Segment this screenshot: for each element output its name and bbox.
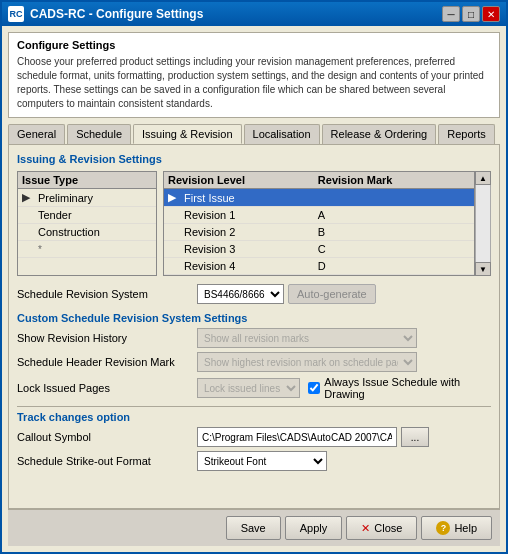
- callout-symbol-row: Callout Symbol ...: [17, 427, 491, 447]
- tab-release-ordering[interactable]: Release & Ordering: [322, 124, 437, 144]
- maximize-button[interactable]: □: [462, 6, 480, 22]
- configure-settings-title: Configure Settings: [17, 39, 491, 51]
- window-close-button[interactable]: ✕: [482, 6, 500, 22]
- help-label: Help: [454, 522, 477, 534]
- tab-localisation[interactable]: Localisation: [244, 124, 320, 144]
- schedule-revision-system-label: Schedule Revision System: [17, 288, 197, 300]
- schedule-header-revision-select: Show highest revision mark on schedule p…: [197, 352, 417, 372]
- custom-section: Custom Schedule Revision System Settings…: [17, 312, 491, 404]
- schedule-strikeout-select[interactable]: Strikeout Font Strikeout Line: [197, 451, 327, 471]
- issuing-section-title: Issuing & Revision Settings: [17, 153, 491, 165]
- revision-level-header: Revision Level: [164, 172, 314, 189]
- revision-table-container: Revision Level Revision Mark ▶ First Iss…: [163, 171, 491, 276]
- lock-issued-pages-select: Lock issued lines: [197, 378, 300, 398]
- always-issue-checkbox-label: Always Issue Schedule with Drawing: [308, 376, 491, 400]
- title-bar: RC CADS-RC - Configure Settings ─ □ ✕: [2, 2, 506, 26]
- save-button[interactable]: Save: [226, 516, 281, 540]
- table-row[interactable]: Construction: [18, 224, 156, 241]
- configure-settings-description: Choose your preferred product settings i…: [17, 55, 491, 111]
- tab-bar: General Schedule Issuing & Revision Loca…: [8, 124, 500, 144]
- custom-section-title: Custom Schedule Revision System Settings: [17, 312, 491, 324]
- issue-type-table: Issue Type ▶ Preliminary Tender: [17, 171, 157, 276]
- browse-button[interactable]: ...: [401, 427, 429, 447]
- issue-type-header: Issue Type: [18, 172, 156, 189]
- content-area: Configure Settings Choose your preferred…: [2, 26, 506, 552]
- table-row[interactable]: Revision 1 A: [164, 207, 474, 224]
- always-issue-checkbox[interactable]: [308, 382, 320, 394]
- schedule-header-revision-row: Schedule Header Revision Mark Show highe…: [17, 352, 491, 372]
- track-changes-title: Track changes option: [17, 411, 491, 423]
- lock-issued-pages-row: Lock Issued Pages Lock issued lines Alwa…: [17, 376, 491, 400]
- track-changes-section: Track changes option Callout Symbol ... …: [17, 406, 491, 475]
- always-issue-label: Always Issue Schedule with Drawing: [324, 376, 491, 400]
- table-row[interactable]: Revision 4 D: [164, 258, 474, 275]
- title-buttons: ─ □ ✕: [442, 6, 500, 22]
- apply-label: Apply: [300, 522, 328, 534]
- revision-level-table: Revision Level Revision Mark ▶ First Iss…: [163, 171, 475, 276]
- close-label: Close: [374, 522, 402, 534]
- help-icon: ?: [436, 521, 450, 535]
- schedule-revision-system-row: Schedule Revision System BS4466/8666 Cus…: [17, 284, 491, 304]
- tab-reports[interactable]: Reports: [438, 124, 495, 144]
- tab-general[interactable]: General: [8, 124, 65, 144]
- show-revision-history-label: Show Revision History: [17, 332, 197, 344]
- tab-content-panel: Issuing & Revision Settings Issue Type ▶: [8, 144, 500, 509]
- show-revision-history-select: Show all revision marks: [197, 328, 417, 348]
- table-row[interactable]: Revision 2 B: [164, 224, 474, 241]
- show-revision-history-row: Show Revision History Show all revision …: [17, 328, 491, 348]
- tab-schedule[interactable]: Schedule: [67, 124, 131, 144]
- table-row[interactable]: *: [18, 241, 156, 258]
- table-row[interactable]: Revision 3 C: [164, 241, 474, 258]
- window-title: CADS-RC - Configure Settings: [30, 7, 203, 21]
- apply-button[interactable]: Apply: [285, 516, 343, 540]
- save-label: Save: [241, 522, 266, 534]
- close-button[interactable]: ✕ Close: [346, 516, 417, 540]
- lock-issued-pages-label: Lock Issued Pages: [17, 382, 197, 394]
- callout-symbol-label: Callout Symbol: [17, 431, 197, 443]
- schedule-revision-system-select[interactable]: BS4466/8666 Custom: [197, 284, 284, 304]
- tables-row: Issue Type ▶ Preliminary Tender: [17, 171, 491, 276]
- revision-mark-header: Revision Mark: [314, 172, 474, 189]
- close-icon: ✕: [361, 522, 370, 535]
- revision-scrollbar[interactable]: ▲ ▼: [475, 171, 491, 276]
- schedule-header-revision-label: Schedule Header Revision Mark: [17, 356, 197, 368]
- scroll-track[interactable]: [475, 185, 491, 262]
- schedule-strikeout-row: Schedule Strike-out Format Strikeout Fon…: [17, 451, 491, 471]
- minimize-button[interactable]: ─: [442, 6, 460, 22]
- app-icon: RC: [8, 6, 24, 22]
- auto-generate-button: Auto-generate: [288, 284, 376, 304]
- description-panel: Configure Settings Choose your preferred…: [8, 32, 500, 118]
- schedule-strikeout-label: Schedule Strike-out Format: [17, 455, 197, 467]
- scroll-up-button[interactable]: ▲: [475, 171, 491, 185]
- table-row[interactable]: ▶ First Issue: [164, 189, 474, 207]
- tab-issuing-revision[interactable]: Issuing & Revision: [133, 124, 242, 144]
- footer: Save Apply ✕ Close ? Help: [8, 509, 500, 546]
- table-row[interactable]: ▶ Preliminary: [18, 189, 156, 207]
- callout-symbol-input[interactable]: [197, 427, 397, 447]
- scroll-down-button[interactable]: ▼: [475, 262, 491, 276]
- help-button[interactable]: ? Help: [421, 516, 492, 540]
- main-window: RC CADS-RC - Configure Settings ─ □ ✕ Co…: [0, 0, 508, 554]
- table-row[interactable]: Tender: [18, 207, 156, 224]
